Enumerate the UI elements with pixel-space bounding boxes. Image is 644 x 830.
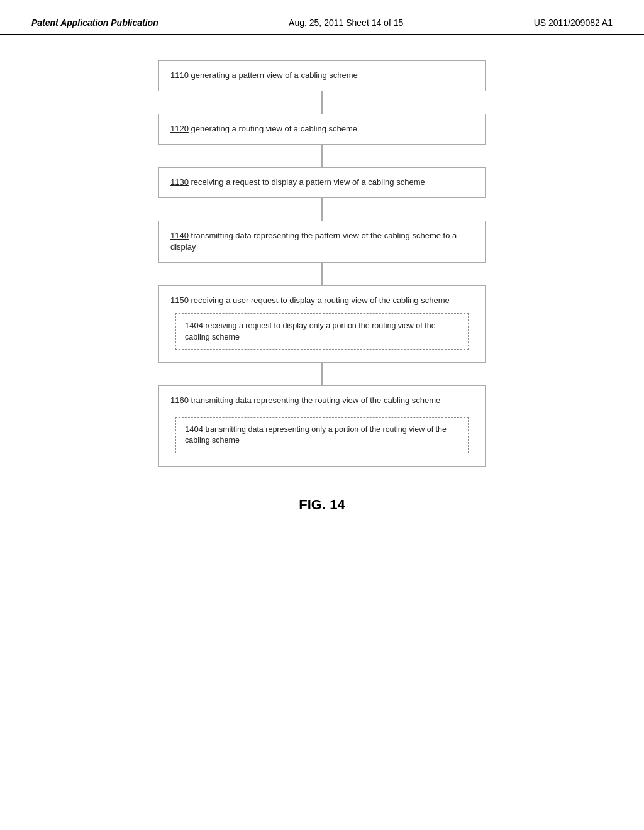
- ref-1160: 1160: [170, 396, 189, 405]
- box-1130-text: receiving a request to display a pattern…: [189, 177, 425, 187]
- page: Patent Application Publication Aug. 25, …: [0, 0, 644, 830]
- connector-3: [321, 198, 323, 221]
- flowchart-box-1140: 1140 transmitting data representing the …: [158, 221, 486, 263]
- dashed-1404b-text: transmitting data representing only a po…: [185, 425, 447, 445]
- ref-1110: 1110: [170, 70, 189, 80]
- ref-1404b: 1404: [185, 424, 203, 434]
- ref-1404a: 1404: [185, 321, 203, 330]
- flowchart-box-1110: 1110 generating a pattern view of a cabl…: [158, 60, 486, 91]
- dashed-box-1404b: 1404 transmitting data representing only…: [175, 417, 469, 453]
- patent-number-label: US 2011/209082 A1: [534, 18, 613, 28]
- page-header: Patent Application Publication Aug. 25, …: [0, 0, 644, 35]
- connector-2: [321, 145, 323, 167]
- box-1120-text: generating a routing view of a cabling s…: [189, 124, 357, 133]
- flowchart-box-1120: 1120 generating a routing view of a cabl…: [158, 114, 486, 145]
- date-sheet-label: Aug. 25, 2011 Sheet 14 of 15: [289, 18, 403, 28]
- connector-1: [321, 91, 323, 114]
- dashed-box-1404a: 1404 receiving a request to display only…: [175, 313, 469, 350]
- box-1110-text: generating a pattern view of a cabling s…: [189, 70, 358, 80]
- flowchart-box-1160: 1160 transmitting data representing the …: [158, 385, 486, 467]
- connector-4: [321, 263, 323, 285]
- connector-5: [321, 363, 323, 385]
- flowchart-box-1150: 1150 receiving a user request to display…: [158, 285, 486, 363]
- ref-1150: 1150: [170, 296, 189, 305]
- box-1150-text: receiving a user request to display a ro…: [189, 296, 450, 305]
- figure-label: FIG. 14: [299, 497, 345, 513]
- dashed-1404a-text: receiving a request to display only a po…: [185, 321, 436, 341]
- box-1140-text: transmitting data representing the patte…: [170, 231, 457, 252]
- ref-1120: 1120: [170, 124, 189, 133]
- flowchart-container: 1110 generating a pattern view of a cabl…: [0, 35, 644, 538]
- ref-1130: 1130: [170, 177, 189, 187]
- ref-1140: 1140: [170, 231, 189, 240]
- publication-label: Patent Application Publication: [31, 18, 158, 28]
- box-1160-text: transmitting data representing the routi…: [189, 396, 440, 405]
- flowchart-box-1130: 1130 receiving a request to display a pa…: [158, 167, 486, 198]
